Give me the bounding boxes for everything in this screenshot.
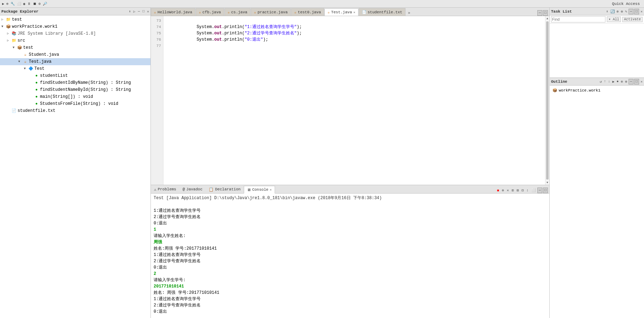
tab-helloworld[interactable]: ☕ HelloWorld.java — [151, 8, 195, 16]
task-list-action-4[interactable]: ⊗ — [620, 9, 624, 14]
tree-arrow-test-pkg[interactable]: ▼ — [13, 45, 17, 51]
console-action-7[interactable]: ↕ — [525, 188, 530, 193]
tab-cfb[interactable]: ☕ cfb.java — [196, 8, 224, 16]
find-bar: ▾ All Activate — [550, 15, 644, 23]
outline-close[interactable]: ✕ — [640, 80, 643, 84]
outline-minimize[interactable]: — — [629, 79, 633, 84]
task-maximize[interactable]: □ — [634, 9, 639, 14]
tree-item-test-java[interactable]: ▼ ☕ Test.java — [0, 58, 150, 65]
toolbar-icon-5[interactable]: ◉ — [22, 1, 26, 6]
editor-maximize[interactable]: □ — [543, 10, 548, 16]
tree-item-test-pkg[interactable]: ▼ 📦 test — [0, 44, 150, 51]
tree-arrow-jre[interactable]: ▷ — [7, 31, 11, 37]
tab-label-helloworld: HelloWorld.java — [157, 10, 192, 14]
tree-item-studentlist[interactable]: ▷ ● studentList — [0, 72, 150, 79]
package-explorer-maximize[interactable]: □ — [142, 9, 145, 14]
find-input[interactable] — [551, 16, 605, 22]
outline-action-3[interactable]: ↓ — [608, 79, 611, 84]
outline-action-7[interactable]: ⊗ — [624, 79, 628, 84]
tab-test0[interactable]: ☕ test0.java — [291, 8, 324, 16]
tab-practice[interactable]: ☕ practice.java — [251, 8, 291, 16]
outline-action-2[interactable]: ↑ — [603, 79, 607, 84]
tree-arrow-wp[interactable]: ▼ — [1, 23, 6, 30]
tab-close-console[interactable]: ✕ — [270, 188, 271, 192]
task-list-action-1[interactable]: ⬇ — [605, 9, 609, 14]
toolbar-icon-8[interactable]: ⚙ — [38, 1, 41, 6]
scroll-down[interactable]: ▼ — [545, 180, 549, 185]
outline-maximize[interactable]: □ — [634, 79, 639, 84]
console-action-8[interactable]: ⬜ — [530, 188, 537, 193]
toolbar-icon-7[interactable]: ⏹ — [32, 1, 37, 6]
tree-item-student-java[interactable]: ▷ ☕ Student.java — [0, 51, 150, 58]
outline-tree: 📦 workPractice.work1 — [550, 86, 644, 318]
toolbar-icon-6[interactable]: ⏸ — [27, 1, 32, 6]
tab-testjava[interactable]: ☕ Test.java ✕ — [324, 8, 358, 16]
scroll-up[interactable]: ▲ — [545, 16, 549, 21]
tree-item-main[interactable]: ▷ ● main(String[]) : void — [0, 93, 150, 100]
package-explorer-action-1[interactable]: ⬇ — [128, 9, 132, 14]
task-minimize[interactable]: — — [629, 9, 633, 14]
task-close[interactable]: ✕ — [640, 9, 643, 14]
toolbar-icon-3[interactable]: 🔧 — [10, 1, 15, 6]
tab-icon-studentfile: 📄 — [362, 10, 366, 14]
console-action-2[interactable]: ⊗ — [501, 188, 505, 193]
task-list-title: Task List — [551, 9, 572, 14]
tree-item-test[interactable]: ▷ 📁 test — [0, 16, 150, 23]
toolbar-icon-2[interactable]: ⊕ — [6, 1, 9, 6]
tree-item-test-class[interactable]: ▼ 🔷 Test — [0, 65, 150, 72]
console-input-2: 2 — [154, 271, 546, 277]
tab-overflow[interactable]: » — [406, 10, 412, 16]
find-all-btn[interactable]: ▾ All — [607, 16, 621, 22]
tab-declaration[interactable]: 📋 Declaration — [206, 185, 244, 193]
tab-close-testjava[interactable]: ✕ — [354, 11, 355, 14]
tree-icon-findbyid: ● — [34, 87, 39, 93]
toolbar-icon-1[interactable]: ▶ — [1, 1, 5, 6]
console-minimize[interactable]: — — [537, 188, 542, 193]
tree-item-studentsfromfile[interactable]: ▷ ● StudentsFromFile(String) : void — [0, 100, 150, 107]
activate-btn[interactable]: Activate — [622, 17, 643, 22]
scroll-thumb[interactable] — [546, 21, 549, 180]
outline-action-6[interactable]: ⊕ — [620, 79, 624, 84]
tree-arrow-test-java[interactable]: ▼ — [18, 59, 22, 65]
tree-item-src[interactable]: ▷ 📁 src — [0, 37, 150, 44]
outline-item-project[interactable]: 📦 workPractice.work1 — [551, 87, 643, 94]
tab-icon-helloworld: ☕ — [154, 10, 156, 14]
task-list-action-3[interactable]: ⊕ — [616, 9, 619, 14]
console-action-3[interactable]: ✕ — [506, 188, 510, 193]
console-action-4[interactable]: ⊞ — [511, 188, 515, 193]
tree-arrow-test[interactable]: ▷ — [1, 16, 6, 23]
package-explorer-close[interactable]: ✕ — [147, 9, 149, 14]
console-maximize[interactable]: □ — [543, 188, 548, 193]
console-action-5[interactable]: ⊠ — [516, 188, 520, 193]
code-content[interactable]: System.out.println("1:通过姓名查询学生学号"); Syst… — [163, 16, 545, 185]
tab-icon-cs: ☕ — [228, 10, 230, 14]
console-stop[interactable]: ■ — [496, 188, 500, 193]
tree-icon-studentlist: ● — [34, 73, 39, 79]
tab-javadoc[interactable]: @ Javadoc — [179, 185, 206, 193]
tree-arrow-src[interactable]: ▷ — [7, 38, 11, 44]
outline-action-5[interactable]: ● — [616, 79, 619, 84]
tab-problems[interactable]: ⚠ Problems — [151, 185, 179, 193]
tree-item-studentfile-txt[interactable]: ▷ 📄 studentfile.txt — [0, 107, 150, 114]
package-explorer-minimize[interactable]: — — [137, 9, 141, 14]
editor-scrollbar[interactable]: ▲ ▼ — [545, 16, 549, 185]
task-list-action-2[interactable]: 🔄 — [610, 9, 615, 14]
tree-icon-test: 📁 — [6, 16, 11, 23]
task-list-action-5[interactable]: ✎ — [624, 9, 628, 14]
console-action-6[interactable]: ⊟ — [521, 188, 525, 193]
tree-item-workpractice[interactable]: ▼ 📦 workPractice.work1 — [0, 23, 150, 30]
tree-arrow-test-class[interactable]: ▼ — [24, 66, 28, 72]
toolbar-icon-4[interactable]: ⬜ — [16, 1, 22, 6]
editor-minimize[interactable]: — — [537, 10, 542, 16]
tree-item-jre[interactable]: ▷ 📚 JRE System Library [JavaSE-1.8] — [0, 30, 150, 37]
package-explorer-tree: ▷ 📁 test ▼ 📦 workPractice.work1 ▷ 📚 JRE … — [0, 15, 150, 318]
outline-action-4[interactable]: ▶ — [612, 79, 615, 84]
tab-console[interactable]: 🖥 Console ✕ — [244, 186, 275, 194]
tab-cs[interactable]: ☕ cs.java — [224, 8, 250, 16]
toolbar-icon-9[interactable]: 🔎 — [42, 1, 48, 6]
tree-item-findbyid[interactable]: ▷ ● findStudentNameById(String) : String — [0, 86, 150, 93]
tab-studentfile[interactable]: 📄 studentfile.txt — [359, 8, 405, 16]
package-explorer-action-2[interactable]: ▷ — [133, 9, 136, 14]
tree-item-findbyname[interactable]: ▷ ● findStudentIdByName(String) : String — [0, 79, 150, 86]
outline-action-1[interactable]: ↺ — [599, 79, 603, 84]
